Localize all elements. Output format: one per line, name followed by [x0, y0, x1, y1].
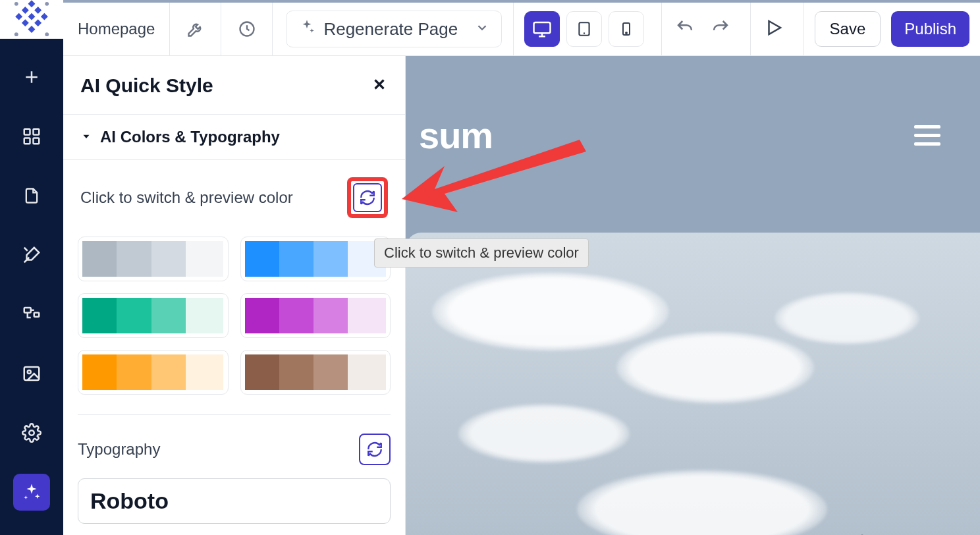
publish-button[interactable]: Publish [891, 11, 969, 47]
rail-add[interactable] [13, 59, 50, 96]
svg-marker-27 [769, 21, 780, 34]
page-tab[interactable]: Homepage [63, 3, 170, 55]
svg-rect-23 [533, 22, 550, 33]
color-swatch [82, 298, 117, 333]
svg-rect-1 [22, 7, 29, 14]
svg-rect-6 [22, 19, 29, 26]
device-desktop[interactable] [524, 11, 560, 47]
svg-rect-17 [24, 308, 31, 313]
palette-option-0[interactable] [78, 237, 229, 281]
svg-point-10 [45, 2, 49, 6]
topbar: Homepage Regenerate Page [63, 0, 980, 56]
svg-rect-4 [28, 13, 36, 20]
rail-design[interactable] [13, 237, 50, 273]
color-swatch [117, 354, 151, 390]
undo-button[interactable] [675, 18, 695, 40]
color-swatch [186, 298, 224, 333]
save-publish-group: Save Publish [803, 3, 980, 55]
color-swatch [348, 354, 386, 390]
refresh-typography-button[interactable] [359, 434, 391, 465]
color-swatch [245, 298, 279, 333]
palette-grid [63, 227, 405, 412]
section-label: AI Colors & Typography [100, 128, 280, 146]
refresh-colors-button[interactable] [347, 177, 388, 218]
color-swatch [245, 354, 279, 390]
chevron-down-icon [475, 19, 489, 40]
color-swatch [82, 241, 117, 277]
device-group [513, 3, 655, 55]
svg-rect-2 [34, 7, 41, 14]
palette-option-4[interactable] [78, 350, 229, 395]
rail-sections[interactable] [13, 118, 50, 155]
color-swatch [245, 241, 279, 277]
svg-point-9 [14, 2, 18, 6]
palette-option-2[interactable] [78, 293, 229, 338]
section-colors-typography[interactable]: AI Colors & Typography [63, 115, 405, 160]
font-name: Roboto [90, 488, 378, 514]
svg-point-11 [14, 32, 18, 36]
rail-page[interactable] [13, 177, 50, 214]
typography-label: Typography [78, 440, 160, 459]
svg-rect-5 [41, 13, 48, 20]
preview-button[interactable] [764, 18, 784, 40]
svg-point-20 [28, 370, 31, 374]
caret-down-icon [80, 128, 92, 146]
hamburger-icon[interactable] [914, 125, 940, 146]
svg-point-12 [45, 32, 49, 36]
svg-rect-15 [24, 138, 30, 144]
svg-rect-0 [28, 0, 36, 7]
color-swatch [313, 241, 348, 277]
sparkle-icon [298, 18, 315, 40]
redo-button[interactable] [711, 18, 730, 40]
color-swatch [186, 354, 224, 390]
color-swatch [279, 298, 313, 333]
refresh-icon [353, 183, 382, 212]
ai-quick-style-panel: AI Quick Style AI Colors & Typography Cl… [63, 56, 406, 535]
preview-logo-text: sum [419, 114, 493, 157]
rail-settings[interactable] [13, 414, 50, 451]
preview-header: sum [406, 56, 980, 214]
svg-point-26 [626, 32, 627, 34]
color-swatch [313, 298, 348, 333]
device-tablet[interactable] [566, 11, 602, 47]
rail-ai[interactable] [13, 474, 50, 511]
svg-rect-16 [34, 138, 40, 144]
palette-option-3[interactable] [240, 293, 391, 338]
rail-layers[interactable] [13, 296, 50, 333]
svg-rect-8 [28, 26, 36, 33]
color-swatch [117, 241, 151, 277]
tooltip: Click to switch & preview color [374, 239, 589, 268]
device-mobile[interactable] [609, 11, 644, 47]
color-swatch [348, 298, 386, 333]
palette-option-5[interactable] [240, 350, 391, 395]
regenerate-label: Regenerate Page [323, 19, 458, 40]
canvas-preview: sum [406, 56, 980, 535]
crane-illustration [822, 522, 967, 535]
hero-image [406, 233, 980, 535]
close-icon[interactable] [371, 76, 388, 96]
save-button[interactable]: Save [815, 11, 881, 47]
svg-point-21 [29, 430, 34, 436]
panel-title: AI Quick Style [80, 74, 213, 97]
switch-preview-label: Click to switch & preview color [80, 188, 293, 207]
tools-button[interactable] [170, 3, 221, 55]
font-selector[interactable]: Roboto [78, 478, 391, 524]
color-swatch [186, 241, 224, 277]
svg-rect-19 [24, 367, 40, 380]
color-swatch [151, 298, 186, 333]
svg-rect-14 [34, 129, 40, 135]
color-swatch [151, 354, 186, 390]
color-swatch [313, 354, 348, 390]
color-swatch [279, 354, 313, 390]
app-logo [0, 0, 63, 39]
rail-media[interactable] [13, 355, 50, 392]
svg-rect-7 [34, 19, 41, 26]
svg-rect-13 [24, 129, 30, 135]
color-swatch [279, 241, 313, 277]
left-rail [0, 0, 63, 535]
regenerate-button[interactable]: Regenerate Page [286, 11, 502, 47]
palette-option-1[interactable] [240, 237, 391, 281]
svg-rect-18 [34, 313, 40, 317]
history-button[interactable] [221, 3, 273, 55]
color-swatch [151, 241, 186, 277]
